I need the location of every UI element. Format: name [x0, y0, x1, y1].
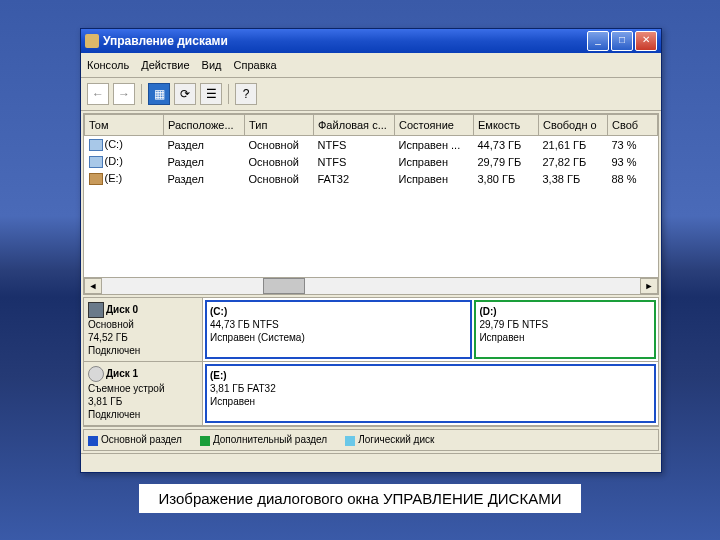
- disk-info[interactable]: Диск 0 Основной 74,52 ГБ Подключен: [84, 298, 203, 361]
- forward-button[interactable]: →: [113, 83, 135, 105]
- disk-row: Диск 0 Основной 74,52 ГБ Подключен (С:) …: [84, 298, 658, 362]
- col-free[interactable]: Свободн о: [539, 115, 608, 136]
- back-button[interactable]: ←: [87, 83, 109, 105]
- toolbar: ← → ▦ ⟳ ☰ ?: [81, 78, 661, 111]
- column-headers[interactable]: Том Расположе... Тип Файловая с... Состо…: [85, 115, 658, 136]
- col-type[interactable]: Тип: [245, 115, 314, 136]
- statusbar: [81, 453, 661, 472]
- scroll-left-icon[interactable]: ◄: [84, 278, 102, 294]
- volume-row[interactable]: (C:) Раздел Основной NTFS Исправен ... 4…: [85, 136, 658, 154]
- minimize-button[interactable]: _: [587, 31, 609, 51]
- disk-info[interactable]: Диск 1 Съемное устрой 3,81 ГБ Подключен: [84, 362, 203, 425]
- legend-swatch-extended: [200, 436, 210, 446]
- hard-disk-icon: [88, 302, 104, 318]
- col-status[interactable]: Состояние: [395, 115, 474, 136]
- slide-caption: Изображение диалогового окна УПРАВЛЕНИЕ …: [0, 480, 720, 517]
- disk-management-window: Управление дисками _ □ ✕ Консоль Действи…: [80, 28, 662, 473]
- volume-icon: [89, 173, 103, 185]
- window-title: Управление дисками: [103, 34, 585, 48]
- list-spacer: [84, 187, 658, 277]
- menu-help[interactable]: Справка: [234, 59, 277, 71]
- disk-row: Диск 1 Съемное устрой 3,81 ГБ Подключен …: [84, 362, 658, 426]
- menu-view[interactable]: Вид: [202, 59, 222, 71]
- volume-icon: [89, 156, 103, 168]
- volume-row[interactable]: (D:) Раздел Основной NTFS Исправен 29,79…: [85, 153, 658, 170]
- maximize-button[interactable]: □: [611, 31, 633, 51]
- close-button[interactable]: ✕: [635, 31, 657, 51]
- partition[interactable]: (С:) 44,73 ГБ NTFS Исправен (Система): [205, 300, 472, 359]
- partition[interactable]: (E:) 3,81 ГБ FAT32 Исправен: [205, 364, 656, 423]
- properties-button[interactable]: ☰: [200, 83, 222, 105]
- app-icon: [85, 34, 99, 48]
- volume-icon: [89, 139, 103, 151]
- scroll-track[interactable]: [102, 278, 640, 294]
- scroll-thumb[interactable]: [263, 278, 305, 294]
- view-top-button[interactable]: ▦: [148, 83, 170, 105]
- refresh-button[interactable]: ⟳: [174, 83, 196, 105]
- menu-action[interactable]: Действие: [141, 59, 189, 71]
- col-fs[interactable]: Файловая с...: [314, 115, 395, 136]
- col-layout[interactable]: Расположе...: [164, 115, 245, 136]
- removable-disk-icon: [88, 366, 104, 382]
- volume-row[interactable]: (E:) Раздел Основной FAT32 Исправен 3,80…: [85, 170, 658, 187]
- legend: Основной раздел Дополнительный раздел Ло…: [83, 429, 659, 450]
- partition[interactable]: (D:) 29,79 ГБ NTFS Исправен: [474, 300, 656, 359]
- legend-swatch-primary: [88, 436, 98, 446]
- col-volume[interactable]: Том: [85, 115, 164, 136]
- volume-list: Том Расположе... Тип Файловая с... Состо…: [83, 113, 659, 295]
- legend-swatch-logical: [345, 436, 355, 446]
- scroll-right-icon[interactable]: ►: [640, 278, 658, 294]
- col-pctfree[interactable]: Своб: [608, 115, 658, 136]
- menubar: Консоль Действие Вид Справка: [81, 53, 661, 78]
- disk-graphical-view: Диск 0 Основной 74,52 ГБ Подключен (С:) …: [83, 297, 659, 427]
- menu-console[interactable]: Консоль: [87, 59, 129, 71]
- horizontal-scrollbar[interactable]: ◄ ►: [84, 277, 658, 294]
- help-button[interactable]: ?: [235, 83, 257, 105]
- col-capacity[interactable]: Емкость: [474, 115, 539, 136]
- titlebar[interactable]: Управление дисками _ □ ✕: [81, 29, 661, 53]
